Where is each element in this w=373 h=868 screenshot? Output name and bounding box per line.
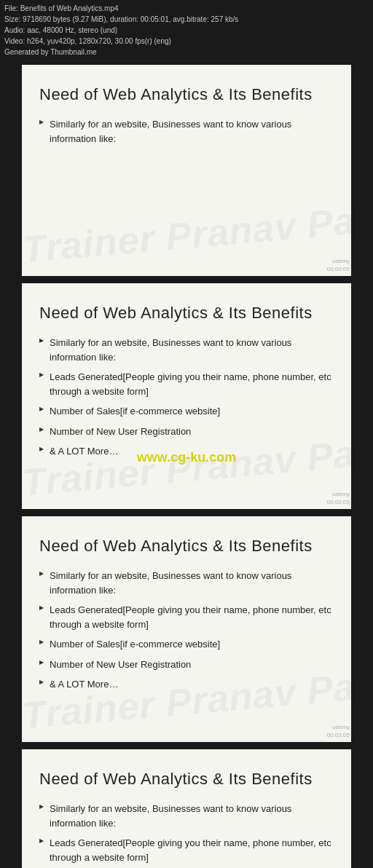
slide-1: Need of Web Analytics & Its Benefits Sim… <box>22 65 351 276</box>
topbar-line2: Size: 9718690 bytes (9.27 MiB), duration… <box>4 14 369 25</box>
slide-3-bullet-1: Similarly for an website, Businesses wan… <box>39 569 334 597</box>
slide-4-bullet-2: Leads Generated[People giving you their … <box>39 836 334 864</box>
slide-2-bullet-2: Leads Generated[People giving you their … <box>39 370 334 398</box>
slide-2-bullet-4: Number of New User Registration <box>39 425 334 439</box>
slide-wrapper-1: Need of Web Analytics & Its Benefits Sim… <box>0 65 373 276</box>
slide-3-title: Need of Web Analytics & Its Benefits <box>39 537 334 556</box>
slide-3: Need of Web Analytics & Its Benefits Sim… <box>22 516 351 742</box>
slide-3-bullet-2: Leads Generated[People giving you their … <box>39 603 334 631</box>
slide-3-bullet-5: & A LOT More… <box>39 677 334 692</box>
slide-1-title: Need of Web Analytics & Its Benefits <box>39 85 334 104</box>
slide-wrapper-4: Need of Web Analytics & Its Benefits Sim… <box>0 749 373 868</box>
slide-4: Need of Web Analytics & Its Benefits Sim… <box>22 749 351 868</box>
slide-2-udemy-badge: udemy 00:02:05 <box>327 491 350 506</box>
slide-2-bullet-5: & A LOT More… <box>39 444 334 459</box>
slide-4-title: Need of Web Analytics & Its Benefits <box>39 770 334 789</box>
slide-1-udemy-badge: udemy 00:00:05 <box>327 258 350 273</box>
slide-4-list: Similarly for an website, Businesses wan… <box>39 802 334 868</box>
slide-3-udemy-badge: udemy 00:03:05 <box>327 724 350 739</box>
slide-2-list: Similarly for an website, Businesses wan… <box>39 336 334 459</box>
slide-2: Need of Web Analytics & Its Benefits Sim… <box>22 283 351 509</box>
slide-2-title: Need of Web Analytics & Its Benefits <box>39 304 334 323</box>
slide-wrapper-2: Need of Web Analytics & Its Benefits Sim… <box>0 283 373 509</box>
slide-3-list: Similarly for an website, Businesses wan… <box>39 569 334 692</box>
topbar-line5: Generated by Thumbnail.me <box>4 47 369 58</box>
topbar-line1: File: Benefits of Web Analytics.mp4 <box>4 3 369 14</box>
slide-3-bullet-3: Number of Sales[if e-commerce website] <box>39 637 334 652</box>
slide-4-bullet-1: Similarly for an website, Businesses wan… <box>39 802 334 830</box>
slide-2-bullet-1: Similarly for an website, Businesses wan… <box>39 336 334 364</box>
slide-1-bullet-1: Similarly for an website, Businesses wan… <box>39 117 334 146</box>
topbar-line3: Audio: aac, 48000 Hz, stereo (und) <box>4 25 369 36</box>
topbar-line4: Video: h264, yuv420p, 1280x720, 30.00 fp… <box>4 36 369 47</box>
top-bar: File: Benefits of Web Analytics.mp4 Size… <box>0 0 373 60</box>
slide-2-bullet-3: Number of Sales[if e-commerce website] <box>39 404 334 419</box>
slide-1-list: Similarly for an website, Businesses wan… <box>39 117 334 146</box>
slide-3-bullet-4: Number of New User Registration <box>39 658 334 672</box>
slide-wrapper-3: Need of Web Analytics & Its Benefits Sim… <box>0 516 373 742</box>
slide-1-watermark: Trainer Pranav Pareikh <box>22 202 351 268</box>
